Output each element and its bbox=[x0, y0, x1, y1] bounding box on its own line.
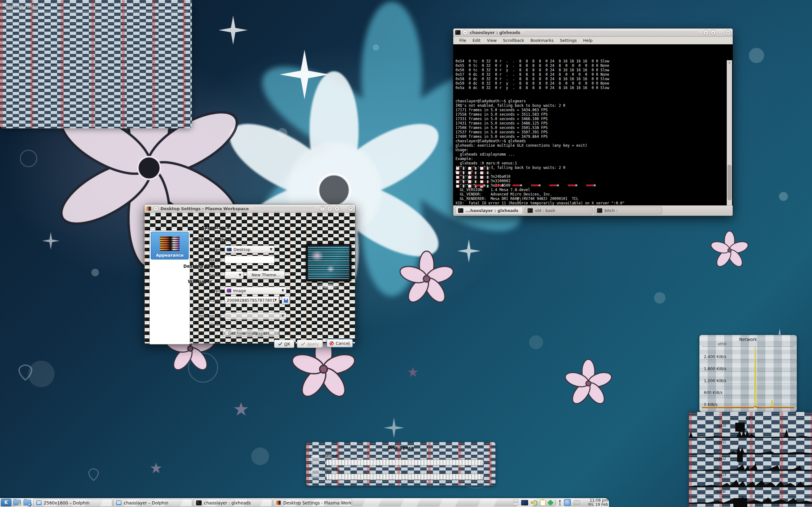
open-file-button[interactable] bbox=[282, 296, 290, 304]
task-label: chaoslayer : glxheads bbox=[204, 500, 251, 505]
apply-button[interactable]: Apply bbox=[297, 340, 323, 348]
pager-number: 1 bbox=[559, 502, 561, 506]
task-label: 2560x1600 – Dolphin bbox=[44, 500, 90, 505]
terminal-line: IRQ's not enabled, falling back to busy … bbox=[455, 165, 725, 170]
cpu-graph bbox=[689, 427, 812, 438]
tab-old-bash[interactable]: old : bash bbox=[525, 207, 593, 215]
task-dolphin-wallpapers[interactable]: 2560x1600 – Dolphin bbox=[33, 499, 112, 507]
theme-combo[interactable]: ▼ bbox=[224, 271, 244, 279]
terminal-line: 0x54 0 tc 0 32 0 r . . 8 8 8 8 0 24 8 16… bbox=[455, 59, 725, 63]
window-menu-button[interactable]: • bbox=[153, 206, 159, 211]
monitor-stand bbox=[313, 282, 345, 290]
widget-pager-icon[interactable] bbox=[513, 500, 518, 505]
floppy-disk-icon bbox=[284, 298, 288, 302]
terminal-line: 0x56 0 tc 0 32 0 r y . 8 8 8 8 0 24 8 16… bbox=[455, 68, 725, 72]
desktop-activity-heading: Desktop Activity bbox=[192, 237, 232, 242]
picture-combo[interactable]: 2009828857957877801 ▼ bbox=[224, 296, 279, 304]
task-label: Desktop Settings - Plasma Workspace bbox=[283, 500, 352, 505]
dolphin-icon bbox=[116, 500, 121, 505]
terminal-line: 17558 frames in 5.0 seconds = 3511.583 F… bbox=[455, 112, 725, 117]
menu-item[interactable]: View bbox=[484, 38, 500, 43]
network-graph bbox=[699, 335, 797, 412]
positioning-combo[interactable]: ▼ bbox=[224, 312, 287, 320]
minimize-button[interactable]: ∨ bbox=[327, 206, 333, 211]
terminal-scrollbar[interactable]: ∧ ∧ ∨ bbox=[727, 60, 732, 205]
category-appearance[interactable]: Appearance bbox=[151, 232, 189, 260]
notes-pin-icon[interactable] bbox=[548, 500, 553, 505]
titlebar-grip bbox=[525, 32, 698, 34]
dialog-title: Desktop Settings - Plasma Workspace bbox=[160, 206, 249, 211]
terminal-line: Name: :0 bbox=[455, 170, 725, 174]
appearance-icon bbox=[160, 236, 180, 251]
close-button[interactable]: ✕ bbox=[348, 206, 353, 211]
display-settings-icon[interactable] bbox=[521, 500, 528, 505]
task-konsole[interactable]: chaoslayer : glxheads bbox=[193, 499, 272, 507]
system-tray: ▲ 1 bbox=[513, 499, 580, 506]
device-notifier-icon[interactable] bbox=[564, 499, 571, 506]
new-theme-button[interactable]: New Theme... bbox=[247, 271, 285, 279]
terminal-icon bbox=[196, 500, 202, 505]
menu-item[interactable]: Scrollback bbox=[500, 38, 527, 43]
menu-item[interactable]: Bookmarks bbox=[527, 38, 556, 43]
check-icon bbox=[301, 342, 305, 346]
cancel-button[interactable]: Cancel bbox=[327, 339, 353, 347]
menu-item[interactable]: File bbox=[456, 38, 469, 43]
kmenu-button[interactable]: K bbox=[1, 499, 11, 506]
glitch-artifact bbox=[737, 452, 743, 462]
mail-icon[interactable] bbox=[574, 500, 580, 505]
task-desktop-settings[interactable]: Desktop Settings - Plasma Workspace bbox=[273, 499, 352, 507]
terminal-line: GL_VENDOR: Advanced Micro Devices, Inc. bbox=[455, 192, 725, 196]
terminal-titlebar[interactable]: • chaoslayer : glxheads ∨ ∧ ✕ bbox=[453, 29, 733, 37]
maximize-button[interactable]: ∧ bbox=[711, 30, 716, 35]
glitch-artifact bbox=[735, 423, 745, 432]
menu-item[interactable]: Help bbox=[580, 38, 595, 43]
desktop-pager[interactable]: ▲ 1 bbox=[559, 499, 561, 506]
digital-clock[interactable]: 11:08 pm Fri, 19 Feb bbox=[585, 498, 608, 507]
close-button[interactable]: ✕ bbox=[725, 30, 731, 35]
terminal-menubar: FileEditViewScrollbackBookmarksSettingsH… bbox=[453, 37, 733, 44]
menu-item[interactable]: Settings bbox=[557, 38, 579, 43]
activity-type-combo[interactable]: Desktop ▼ bbox=[224, 245, 275, 253]
chevron-down-icon: ▼ bbox=[274, 298, 277, 302]
tab-bitch[interactable]: bitch : bbox=[594, 207, 662, 215]
scroll-up-icon[interactable]: ∧ bbox=[727, 61, 732, 65]
wallpaper-type-combo[interactable]: Image ▼ bbox=[224, 287, 287, 294]
folder-view-divider bbox=[3, 11, 188, 12]
klipper-icon[interactable] bbox=[540, 500, 546, 506]
terminal-output: 0x54 0 tc 0 32 0 r . . 8 8 8 8 0 24 8 16… bbox=[455, 46, 725, 205]
ok-button[interactable]: OK bbox=[274, 340, 294, 348]
terminal-line: Example: bbox=[455, 157, 725, 161]
maximize-button[interactable]: ∧ bbox=[334, 206, 340, 211]
dialog-titlebar[interactable]: • Desktop Settings - Plasma Workspace ? … bbox=[144, 205, 355, 213]
dialog-category-list[interactable]: Appearance bbox=[149, 230, 190, 344]
terminal-line: glxheads :0 mars:0 venus:1 bbox=[455, 161, 725, 165]
activity-name-input[interactable] bbox=[224, 256, 275, 263]
terminal-screen[interactable]: 0x54 0 tc 0 32 0 r . . 8 8 8 8 0 24 8 16… bbox=[454, 44, 732, 205]
disk-space-widget: Disk Space /dev/sdb /dev/sda bbox=[306, 442, 496, 486]
menu-item[interactable]: Edit bbox=[470, 38, 484, 43]
chevron-down-icon: ▼ bbox=[270, 247, 272, 251]
terminal-window-icon bbox=[455, 30, 461, 35]
dolphin-icon bbox=[36, 500, 42, 505]
network-folder-launcher[interactable] bbox=[23, 499, 32, 506]
check-icon bbox=[278, 342, 282, 346]
get-new-wallpapers-button[interactable]: Get New Wallpapers... bbox=[223, 329, 279, 337]
terminal-line: Display: 0x24ba010 bbox=[455, 174, 725, 179]
window-menu-button[interactable]: • bbox=[462, 30, 468, 35]
scrollbar-thumb[interactable] bbox=[728, 165, 731, 200]
clock-date: Fri, 19 Feb bbox=[589, 503, 608, 507]
dialog-window-icon bbox=[146, 207, 151, 211]
terminal-line: 0x57 0 dc 0 32 0 r . . 8 8 8 8 0 24 8 0 … bbox=[455, 72, 725, 77]
task-dolphin-home[interactable]: chaoslayer – Dolphin bbox=[113, 499, 192, 507]
help-button[interactable]: ? bbox=[320, 206, 325, 211]
desktop-settings-dialog: • Desktop Settings - Plasma Workspace ? … bbox=[144, 205, 355, 344]
network-monitor-widget: Network eth0 2,400 KiB/s 1,800 KiB/s 1,2… bbox=[699, 335, 797, 412]
color-label: Color: bbox=[188, 322, 222, 327]
desktop-theme-heading: Desktop Theme bbox=[183, 264, 221, 269]
author-label: Author: bbox=[192, 306, 227, 311]
plasma-settings-icon bbox=[276, 501, 281, 505]
favorites-launcher[interactable]: ★ bbox=[13, 499, 21, 506]
tab-glxheads[interactable]: ...haoslayer : glxheads bbox=[455, 207, 523, 215]
minimize-button[interactable]: ∨ bbox=[703, 30, 709, 35]
volume-icon[interactable] bbox=[531, 500, 537, 505]
